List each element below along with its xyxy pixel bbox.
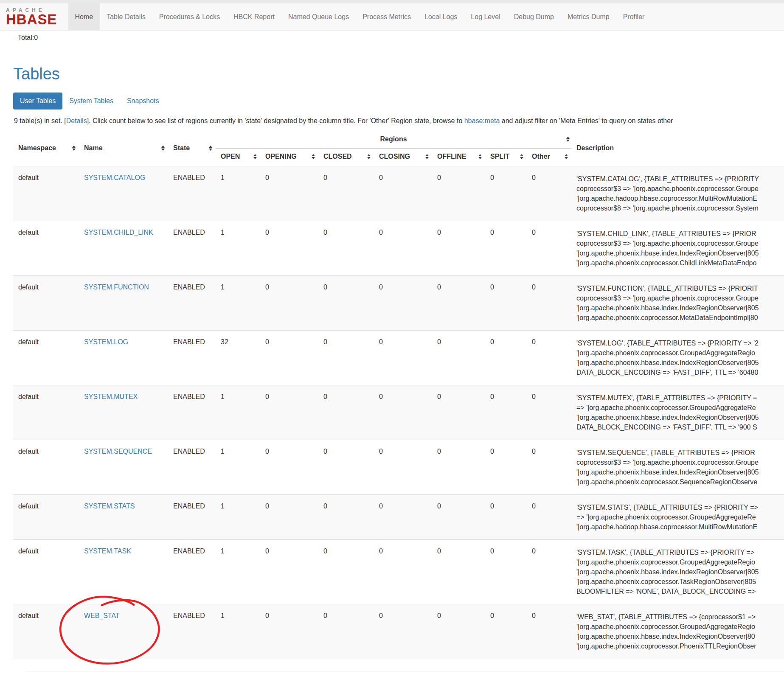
nav-item[interactable]: Home xyxy=(68,3,100,30)
region-count-value[interactable]: 0 xyxy=(490,284,494,291)
region-count-value[interactable]: 0 xyxy=(323,393,327,401)
header-regions-group[interactable]: Regions xyxy=(216,131,571,149)
region-count-value[interactable]: 0 xyxy=(437,393,441,401)
tab-user-tables[interactable]: User Tables xyxy=(13,93,62,109)
region-count-value[interactable]: 0 xyxy=(323,174,327,182)
table-name-link[interactable]: SYSTEM.FUNCTION xyxy=(84,284,149,291)
region-count-value[interactable]: 0 xyxy=(532,174,536,182)
hbase-logo[interactable]: APACHE HBASE xyxy=(0,3,68,30)
header-region-state[interactable]: Other xyxy=(527,149,571,166)
region-count-value[interactable]: 0 xyxy=(265,393,269,401)
region-count-value[interactable]: 0 xyxy=(323,612,327,620)
table-name-link[interactable]: SYSTEM.LOG xyxy=(84,338,128,345)
region-count-value[interactable]: 0 xyxy=(265,338,269,346)
table-name-link[interactable]: SYSTEM.CHILD_LINK xyxy=(84,229,153,236)
sort-icon[interactable] xyxy=(520,154,523,159)
region-count-value[interactable]: 0 xyxy=(437,612,441,620)
region-count-value[interactable]: 0 xyxy=(532,229,536,236)
hbase-meta-link[interactable]: hbase:meta xyxy=(464,117,500,124)
nav-item[interactable]: HBCK Report xyxy=(227,3,281,30)
region-count-value[interactable]: 0 xyxy=(490,229,494,236)
region-count-value[interactable]: 0 xyxy=(379,284,383,291)
region-count-value[interactable]: 0 xyxy=(532,502,536,510)
region-count-value[interactable]: 0 xyxy=(437,448,441,455)
region-count-value[interactable]: 0 xyxy=(490,174,494,182)
table-name-link[interactable]: SYSTEM.SEQUENCE xyxy=(84,448,152,455)
sort-icon[interactable] xyxy=(478,154,482,159)
nav-item[interactable]: Process Metrics xyxy=(356,3,418,30)
region-count-value[interactable]: 0 xyxy=(265,612,269,620)
region-count-value[interactable]: 0 xyxy=(437,229,441,236)
sort-icon[interactable] xyxy=(565,154,568,159)
region-count-value[interactable]: 0 xyxy=(379,612,383,620)
region-count-value[interactable]: 1 xyxy=(221,229,225,236)
region-count-value[interactable]: 0 xyxy=(323,284,327,291)
region-count-value[interactable]: 0 xyxy=(490,448,494,455)
region-count-value[interactable]: 0 xyxy=(437,547,441,555)
region-count-value[interactable]: 0 xyxy=(265,229,269,236)
region-count-value[interactable]: 0 xyxy=(532,393,536,401)
sort-icon[interactable] xyxy=(566,137,570,142)
table-name-link[interactable]: SYSTEM.STATS xyxy=(84,502,135,510)
sort-icon[interactable] xyxy=(312,154,315,159)
region-count-value[interactable]: 1 xyxy=(221,547,225,555)
region-count-value[interactable]: 0 xyxy=(379,547,383,555)
region-count-value[interactable]: 0 xyxy=(379,448,383,455)
region-count-value[interactable]: 0 xyxy=(265,502,269,510)
region-count-value[interactable]: 1 xyxy=(221,448,225,455)
region-count-value[interactable]: 0 xyxy=(323,338,327,346)
region-count-value[interactable]: 0 xyxy=(265,174,269,182)
header-region-state[interactable]: OPENING xyxy=(260,149,318,166)
header-region-state[interactable]: OPEN xyxy=(216,149,260,166)
region-count-value[interactable]: 0 xyxy=(379,338,383,346)
region-count-value[interactable]: 0 xyxy=(379,174,383,182)
nav-item[interactable]: Local Logs xyxy=(418,3,464,30)
table-name-link[interactable]: SYSTEM.CATALOG xyxy=(84,174,145,181)
region-count-value[interactable]: 0 xyxy=(490,547,494,555)
region-count-value[interactable]: 32 xyxy=(221,338,228,346)
region-count-value[interactable]: 0 xyxy=(323,229,327,236)
region-count-value[interactable]: 0 xyxy=(532,284,536,291)
sort-icon[interactable] xyxy=(367,154,371,159)
region-count-value[interactable]: 1 xyxy=(221,284,225,291)
nav-item[interactable]: Profiler xyxy=(616,3,652,30)
tab-snapshots[interactable]: Snapshots xyxy=(120,93,166,109)
tab-system-tables[interactable]: System Tables xyxy=(62,93,120,109)
region-count-value[interactable]: 0 xyxy=(379,393,383,401)
region-count-value[interactable]: 0 xyxy=(532,547,536,555)
table-name-link[interactable]: WEB_STAT xyxy=(84,612,120,619)
region-count-value[interactable]: 0 xyxy=(437,338,441,346)
region-count-value[interactable]: 1 xyxy=(221,174,225,182)
region-count-value[interactable]: 0 xyxy=(490,393,494,401)
region-count-value[interactable]: 0 xyxy=(437,284,441,291)
sort-icon[interactable] xyxy=(425,154,429,159)
header-namespace[interactable]: Namespace xyxy=(13,131,79,166)
nav-item[interactable]: Table Details xyxy=(100,3,152,30)
header-name[interactable]: Name xyxy=(79,131,168,166)
region-count-value[interactable]: 0 xyxy=(265,448,269,455)
header-region-state[interactable]: SPLIT xyxy=(485,149,527,166)
details-link[interactable]: Details xyxy=(66,117,87,124)
nav-item[interactable]: Log Level xyxy=(464,3,507,30)
table-name-link[interactable]: SYSTEM.TASK xyxy=(84,547,131,555)
region-count-value[interactable]: 0 xyxy=(323,448,327,455)
region-count-value[interactable]: 0 xyxy=(490,612,494,620)
region-count-value[interactable]: 0 xyxy=(532,338,536,346)
region-count-value[interactable]: 1 xyxy=(221,502,225,510)
header-region-state[interactable]: CLOSED xyxy=(318,149,374,166)
sort-icon[interactable] xyxy=(253,154,257,159)
region-count-value[interactable]: 1 xyxy=(221,612,225,620)
region-count-value[interactable]: 0 xyxy=(532,448,536,455)
header-region-state[interactable]: OFFLINE xyxy=(432,149,485,166)
region-count-value[interactable]: 0 xyxy=(323,502,327,510)
region-count-value[interactable]: 0 xyxy=(490,338,494,346)
nav-item[interactable]: Named Queue Logs xyxy=(281,3,356,30)
region-count-value[interactable]: 0 xyxy=(265,284,269,291)
nav-item[interactable]: Debug Dump xyxy=(507,3,561,30)
region-count-value[interactable]: 0 xyxy=(532,612,536,620)
region-count-value[interactable]: 0 xyxy=(379,502,383,510)
sort-icon[interactable] xyxy=(209,146,212,151)
region-count-value[interactable]: 1 xyxy=(221,393,225,401)
header-region-state[interactable]: CLOSING xyxy=(374,149,432,166)
nav-item[interactable]: Metrics Dump xyxy=(561,3,616,30)
